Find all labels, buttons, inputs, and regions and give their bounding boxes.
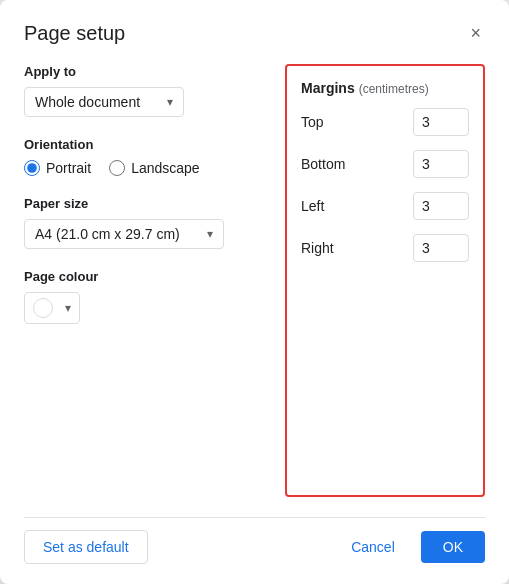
apply-to-dropdown[interactable]: Whole document ▾ <box>24 87 184 117</box>
orientation-radio-group: Portrait Landscape <box>24 160 269 176</box>
paper-size-label: Paper size <box>24 196 269 211</box>
margin-top-row: Top <box>301 108 469 136</box>
margin-right-input[interactable] <box>413 234 469 262</box>
landscape-label: Landscape <box>131 160 200 176</box>
paper-size-dropdown[interactable]: A4 (21.0 cm x 29.7 cm) ▾ <box>24 219 224 249</box>
margin-bottom-label: Bottom <box>301 156 351 172</box>
dialog-title: Page setup <box>24 22 125 45</box>
colour-circle <box>33 298 53 318</box>
page-colour-section: Page colour ▾ <box>24 269 269 324</box>
margin-right-label: Right <box>301 240 351 256</box>
apply-to-section: Apply to Whole document ▾ <box>24 64 269 117</box>
margins-label: Margins <box>301 80 355 96</box>
colour-arrow: ▾ <box>65 301 71 315</box>
cancel-button[interactable]: Cancel <box>333 531 413 563</box>
margin-bottom-row: Bottom <box>301 150 469 178</box>
paper-size-arrow: ▾ <box>207 227 213 241</box>
landscape-option[interactable]: Landscape <box>109 160 200 176</box>
margins-unit: (centimetres) <box>359 82 429 96</box>
margins-header: Margins (centimetres) <box>301 80 469 96</box>
margin-left-input[interactable] <box>413 192 469 220</box>
margin-top-label: Top <box>301 114 351 130</box>
page-colour-label: Page colour <box>24 269 269 284</box>
portrait-label: Portrait <box>46 160 91 176</box>
ok-button[interactable]: OK <box>421 531 485 563</box>
landscape-radio[interactable] <box>109 160 125 176</box>
set-as-default-button[interactable]: Set as default <box>24 530 148 564</box>
dialog-footer: Set as default Cancel OK <box>24 517 485 564</box>
margin-left-label: Left <box>301 198 351 214</box>
apply-to-value: Whole document <box>35 94 140 110</box>
margins-panel: Margins (centimetres) Top Bottom Left Ri… <box>285 64 485 497</box>
paper-size-section: Paper size A4 (21.0 cm x 29.7 cm) ▾ <box>24 196 269 249</box>
close-button[interactable]: × <box>466 20 485 46</box>
paper-size-value: A4 (21.0 cm x 29.7 cm) <box>35 226 180 242</box>
apply-to-label: Apply to <box>24 64 269 79</box>
page-colour-button[interactable]: ▾ <box>24 292 80 324</box>
page-setup-dialog: Page setup × Apply to Whole document ▾ O… <box>0 0 509 584</box>
dialog-body: Apply to Whole document ▾ Orientation Po… <box>24 64 485 497</box>
portrait-radio[interactable] <box>24 160 40 176</box>
margin-top-input[interactable] <box>413 108 469 136</box>
margin-right-row: Right <box>301 234 469 262</box>
margin-bottom-input[interactable] <box>413 150 469 178</box>
dialog-header: Page setup × <box>24 20 485 46</box>
portrait-option[interactable]: Portrait <box>24 160 91 176</box>
orientation-label: Orientation <box>24 137 269 152</box>
apply-to-arrow: ▾ <box>167 95 173 109</box>
left-column: Apply to Whole document ▾ Orientation Po… <box>24 64 285 497</box>
margin-left-row: Left <box>301 192 469 220</box>
orientation-section: Orientation Portrait Landscape <box>24 137 269 176</box>
